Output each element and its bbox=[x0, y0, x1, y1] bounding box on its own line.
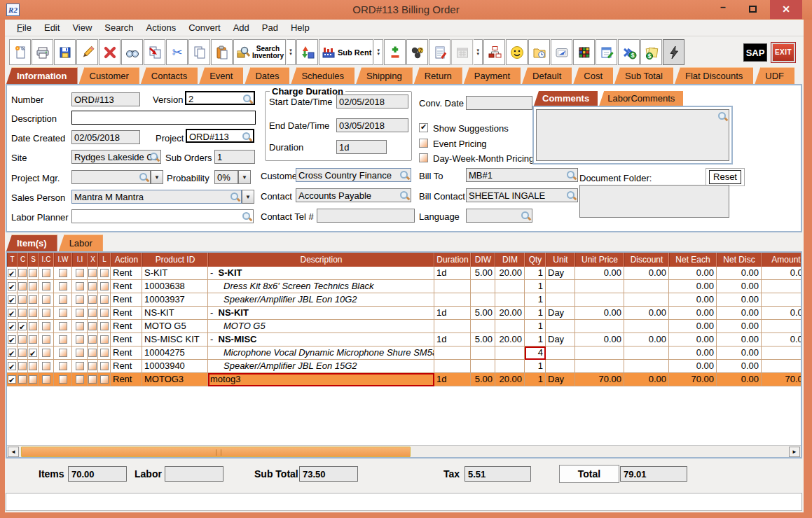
row-checkbox-i-c[interactable] bbox=[39, 320, 54, 333]
bill-contact-search-icon[interactable] bbox=[566, 190, 576, 200]
edit-document-button[interactable] bbox=[596, 39, 617, 65]
tab-default[interactable]: Default bbox=[522, 67, 572, 84]
tab-customer[interactable]: Customer bbox=[79, 67, 139, 84]
row-checkbox-i-c[interactable] bbox=[39, 307, 54, 320]
checkbox-icon[interactable] bbox=[42, 349, 50, 357]
checkbox-icon[interactable] bbox=[18, 295, 27, 304]
checkbox-checked-icon[interactable] bbox=[8, 295, 16, 304]
row-checkbox-l[interactable] bbox=[98, 293, 111, 307]
row-checkbox-i-c[interactable] bbox=[39, 373, 54, 386]
checkbox-icon[interactable] bbox=[88, 349, 97, 357]
add-remove-item-button[interactable] bbox=[384, 39, 406, 65]
column-header-t[interactable]: T bbox=[7, 253, 18, 267]
checkbox-icon[interactable] bbox=[76, 335, 84, 344]
history-folder-button[interactable] bbox=[528, 39, 550, 65]
checkbox-icon[interactable] bbox=[76, 309, 84, 317]
column-header-x[interactable]: X bbox=[88, 253, 98, 267]
table-row[interactable]: Rent10003940Speaker/Amplifier JBL Eon 15… bbox=[7, 360, 801, 373]
version-field[interactable]: 2 bbox=[185, 91, 255, 105]
delete-button[interactable] bbox=[99, 39, 121, 65]
tab-event[interactable]: Event bbox=[199, 67, 243, 84]
row-checkbox-i-i[interactable] bbox=[72, 293, 88, 307]
bill-contact-field[interactable]: SHEETAL INGALE bbox=[466, 188, 578, 202]
edit-button[interactable] bbox=[76, 39, 98, 65]
column-header-duration[interactable]: Duration bbox=[434, 253, 471, 267]
checkbox-checked-icon[interactable] bbox=[29, 349, 37, 357]
search-inventory-button[interactable]: SearchInventory bbox=[233, 39, 286, 65]
billing-notes-button[interactable]: $ bbox=[640, 39, 662, 65]
checkbox-icon[interactable] bbox=[59, 322, 67, 330]
tab-return[interactable]: Return bbox=[414, 67, 462, 84]
row-checkbox-i-i[interactable] bbox=[72, 267, 88, 280]
sales-person-search-icon[interactable] bbox=[230, 192, 240, 202]
column-header-s[interactable]: S bbox=[28, 253, 39, 267]
row-checkbox-t[interactable] bbox=[7, 373, 18, 386]
row-checkbox-s[interactable] bbox=[28, 373, 39, 386]
row-checkbox-s[interactable] bbox=[28, 320, 39, 333]
checkbox-icon[interactable] bbox=[29, 309, 37, 317]
print-button[interactable] bbox=[32, 39, 53, 65]
checkbox-icon[interactable] bbox=[88, 295, 97, 304]
show-suggestions-checkbox[interactable] bbox=[419, 123, 428, 132]
checkbox-icon[interactable] bbox=[100, 349, 109, 357]
checkbox-icon[interactable] bbox=[29, 375, 37, 384]
probability-field[interactable]: 0% bbox=[214, 170, 238, 184]
shortcut-key-button[interactable] bbox=[551, 39, 572, 65]
checkbox-icon[interactable] bbox=[18, 375, 27, 384]
row-checkbox-i-c[interactable] bbox=[39, 346, 54, 360]
description-field[interactable] bbox=[71, 111, 256, 125]
tab-dates[interactable]: Dates bbox=[245, 67, 289, 84]
calendar-button[interactable] bbox=[451, 39, 473, 65]
new-order-button[interactable] bbox=[9, 39, 31, 65]
row-checkbox-t[interactable] bbox=[7, 293, 18, 307]
table-row[interactable]: Rent10003638Dress Kit 8x6' Screen Techni… bbox=[7, 280, 801, 293]
row-checkbox-x[interactable] bbox=[88, 320, 98, 333]
cut-button[interactable]: ✂ bbox=[166, 39, 188, 65]
checkbox-icon[interactable] bbox=[59, 269, 67, 277]
duration-field[interactable]: 1d bbox=[336, 140, 387, 154]
column-header-action[interactable]: Action bbox=[111, 253, 142, 267]
row-checkbox-s[interactable] bbox=[28, 267, 39, 280]
checkbox-checked-icon[interactable] bbox=[18, 322, 27, 330]
maximize-button[interactable] bbox=[742, 0, 763, 19]
language-search-icon[interactable] bbox=[521, 211, 530, 220]
checkbox-checked-icon[interactable] bbox=[8, 309, 16, 317]
bill-to-field[interactable]: MB#1 bbox=[466, 168, 578, 182]
checkbox-icon[interactable] bbox=[42, 295, 50, 304]
checkbox-icon[interactable] bbox=[88, 362, 97, 370]
sales-person-dropdown[interactable]: ▼ bbox=[242, 190, 254, 204]
checkbox-icon[interactable] bbox=[29, 269, 37, 277]
checkbox-icon[interactable] bbox=[18, 282, 27, 290]
checkbox-icon[interactable] bbox=[100, 322, 109, 330]
row-checkbox-i-w[interactable] bbox=[54, 346, 72, 360]
checkbox-icon[interactable] bbox=[42, 309, 50, 317]
row-checkbox-x[interactable] bbox=[88, 346, 98, 360]
checkbox-icon[interactable] bbox=[18, 362, 27, 370]
checkbox-icon[interactable] bbox=[29, 282, 37, 290]
process-payment-button[interactable]: $ bbox=[618, 39, 640, 65]
row-checkbox-c[interactable] bbox=[18, 333, 28, 346]
scrollbar-thumb[interactable] bbox=[21, 447, 411, 457]
checkbox-icon[interactable] bbox=[42, 335, 50, 344]
column-header-qty[interactable]: Qty bbox=[525, 253, 546, 267]
table-row[interactable]: RentMOTO G5MOTO G510.000.00 bbox=[7, 320, 801, 333]
tab-payment[interactable]: Payment bbox=[464, 67, 521, 84]
search-inventory-dropdown[interactable]: ▼▼ bbox=[287, 39, 296, 65]
row-checkbox-t[interactable] bbox=[7, 320, 18, 333]
event-pricing-checkbox[interactable] bbox=[419, 139, 428, 148]
row-checkbox-t[interactable] bbox=[7, 360, 18, 373]
row-checkbox-l[interactable] bbox=[98, 320, 111, 333]
menu-convert[interactable]: Convert bbox=[182, 21, 227, 34]
copy-order-button[interactable] bbox=[144, 39, 165, 65]
row-checkbox-t[interactable] bbox=[7, 333, 18, 346]
checkbox-icon[interactable] bbox=[100, 335, 109, 344]
find-button[interactable] bbox=[121, 39, 143, 65]
start-date-field[interactable]: 02/05/2018 bbox=[336, 94, 408, 108]
save-button[interactable] bbox=[54, 39, 76, 65]
checkbox-icon[interactable] bbox=[76, 375, 84, 384]
row-checkbox-i-i[interactable] bbox=[72, 373, 88, 386]
row-checkbox-i-i[interactable] bbox=[72, 360, 88, 373]
checkbox-icon[interactable] bbox=[88, 375, 97, 384]
checkbox-icon[interactable] bbox=[29, 335, 37, 344]
project-search-icon[interactable] bbox=[242, 132, 252, 141]
